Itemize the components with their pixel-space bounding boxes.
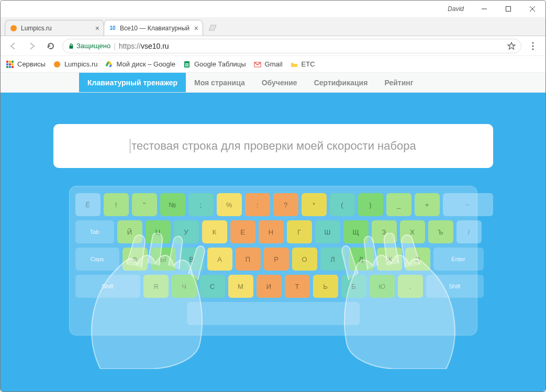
browser-menu-button[interactable]: [526, 39, 540, 53]
nav-trainer[interactable]: Клавиатурный тренажер: [79, 73, 186, 92]
keyboard-row-2: TabЙЦУКЕНГШЩЗХЪ/: [75, 220, 471, 243]
back-button[interactable]: [6, 39, 20, 53]
key-enter[interactable]: Enter: [433, 248, 484, 271]
bookmark-label: Google Таблицы: [194, 60, 246, 68]
key-н[interactable]: Н: [259, 220, 284, 243]
bookmarks-bar: Сервисы Lumpics.ru Мой диск – Google Goo…: [1, 56, 545, 73]
key-м[interactable]: М: [228, 275, 253, 298]
key-п[interactable]: П: [236, 248, 261, 271]
drive-icon: [105, 60, 113, 69]
reload-button[interactable]: [43, 39, 58, 53]
typing-input[interactable]: тестовая строка для проверки моей скорос…: [53, 124, 493, 168]
nav-rating[interactable]: Рейтинг: [376, 73, 421, 92]
text-cursor: [130, 139, 130, 153]
key-з[interactable]: З: [372, 220, 397, 243]
key-г[interactable]: Г: [287, 220, 312, 243]
tab-vse10[interactable]: 10 Все10 — Клавиатурный ×: [104, 20, 203, 36]
nav-certification[interactable]: Сертификация: [306, 73, 376, 92]
key-:[interactable]: :: [245, 193, 270, 216]
key-space[interactable]: [187, 302, 360, 325]
key-![interactable]: !: [104, 193, 129, 216]
tab-lumpics[interactable]: Lumpics.ru ×: [5, 20, 104, 36]
key-ф[interactable]: Ф: [122, 248, 148, 271]
keyboard-row-3: CapsФЫВАПРОЛДЖЭEnter: [75, 248, 471, 271]
key-+[interactable]: +: [415, 193, 440, 216]
minimize-button[interactable]: [472, 1, 496, 17]
svg-rect-13: [9, 63, 11, 65]
key-е[interactable]: Е: [230, 220, 255, 243]
keyboard-row-1: Ё!"№;%:?*()_+←: [75, 193, 471, 216]
apps-button[interactable]: Сервисы: [6, 60, 46, 69]
bookmark-gmail[interactable]: Gmail: [253, 60, 283, 69]
key-л[interactable]: Л: [320, 248, 346, 271]
key-№[interactable]: №: [160, 193, 185, 216]
key-_[interactable]: _: [386, 193, 411, 216]
window-titlebar: David: [1, 1, 545, 17]
key-"[interactable]: ": [132, 193, 157, 216]
key-я[interactable]: Я: [143, 275, 169, 298]
key-?[interactable]: ?: [273, 193, 298, 216]
key-shift[interactable]: Shift: [426, 275, 484, 298]
key-.[interactable]: .: [398, 275, 423, 298]
virtual-keyboard: Ё!"№;%:?*()_+← TabЙЦУКЕНГШЩЗХЪ/ CapsФЫВА…: [69, 186, 477, 335]
key-ч[interactable]: Ч: [172, 275, 197, 298]
key-←[interactable]: ←: [443, 193, 493, 216]
bookmark-sheets[interactable]: Google Таблицы: [183, 60, 246, 69]
nav-learning[interactable]: Обучение: [253, 73, 306, 92]
key-)[interactable]: ): [358, 193, 383, 216]
key-ш[interactable]: Ш: [315, 220, 340, 243]
key-с[interactable]: С: [200, 275, 225, 298]
key-ъ[interactable]: Ъ: [428, 220, 453, 243]
tab-close-icon[interactable]: ×: [95, 25, 99, 32]
tab-title: Все10 — Клавиатурный: [120, 25, 191, 32]
bookmark-etc[interactable]: ETC: [290, 60, 315, 69]
key-ц[interactable]: Ц: [146, 220, 171, 243]
key-/[interactable]: /: [456, 220, 482, 243]
key-в[interactable]: В: [179, 248, 204, 271]
close-button[interactable]: [520, 1, 544, 17]
tab-close-icon[interactable]: ×: [194, 25, 198, 32]
bookmark-label: Lumpics.ru: [64, 60, 98, 68]
key-ё[interactable]: Ё: [75, 193, 101, 216]
key-ж[interactable]: Ж: [377, 248, 402, 271]
bookmark-drive[interactable]: Мой диск – Google: [105, 60, 175, 69]
key-х[interactable]: Х: [400, 220, 425, 243]
key-щ[interactable]: Щ: [343, 220, 369, 243]
key-а[interactable]: А: [207, 248, 232, 271]
key-р[interactable]: Р: [264, 248, 289, 271]
key-tab[interactable]: Tab: [75, 220, 114, 243]
forward-button[interactable]: [25, 39, 39, 53]
address-bar[interactable]: Защищено | https://vse10.ru: [62, 39, 521, 53]
key-о[interactable]: О: [292, 248, 317, 271]
key-т[interactable]: Т: [285, 275, 310, 298]
key-ь[interactable]: Ь: [313, 275, 338, 298]
new-tab-button[interactable]: [206, 21, 219, 34]
key-д[interactable]: Д: [349, 248, 374, 271]
key-([interactable]: (: [330, 193, 355, 216]
key-ю[interactable]: Ю: [370, 275, 395, 298]
key-ы[interactable]: Ы: [151, 248, 176, 271]
profile-name[interactable]: David: [448, 5, 464, 13]
bookmark-lumpics[interactable]: Lumpics.ru: [53, 60, 98, 69]
url-text: https://vse10.ru: [119, 42, 169, 50]
key-*[interactable]: *: [302, 193, 327, 216]
bookmark-label: ETC: [302, 60, 315, 68]
key-caps[interactable]: Caps: [75, 248, 119, 271]
key-shift[interactable]: Shift: [75, 275, 140, 298]
favicon-orange-icon: [9, 24, 18, 32]
key-к[interactable]: К: [202, 220, 227, 243]
nav-my-page[interactable]: Моя страница: [186, 73, 253, 92]
key-%[interactable]: %: [217, 193, 242, 216]
key-й[interactable]: Й: [117, 220, 142, 243]
key-э[interactable]: Э: [405, 248, 430, 271]
maximize-button[interactable]: [496, 1, 520, 17]
key-;[interactable]: ;: [188, 193, 214, 216]
key-б[interactable]: Б: [341, 275, 366, 298]
bookmark-label: Сервисы: [17, 60, 46, 68]
key-и[interactable]: И: [257, 275, 282, 298]
svg-rect-12: [6, 63, 8, 65]
keyboard-row-4: ShiftЯЧСМИТЬБЮ.Shift: [75, 275, 471, 298]
bookmark-star-icon[interactable]: [507, 42, 516, 50]
sheets-icon: [183, 60, 191, 69]
key-у[interactable]: У: [174, 220, 199, 243]
